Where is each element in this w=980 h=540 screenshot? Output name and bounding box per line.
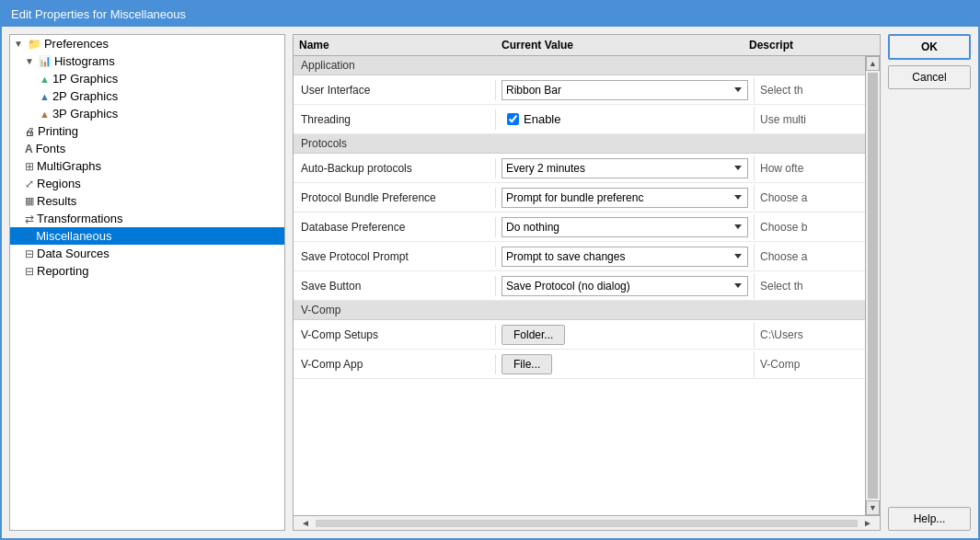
row-vcomp-setups: V-Comp Setups Folder... C:\Users	[294, 320, 865, 350]
vcomp-setups-folder-button[interactable]: Folder...	[502, 325, 565, 345]
props-with-scrollbar: Application User Interface Ribbon Bar Cl…	[294, 56, 880, 515]
prop-desc-protocol-bundle: Choose a	[755, 188, 865, 208]
prop-desc-threading: Use multi	[755, 109, 865, 130]
miscellaneous-icon	[25, 231, 33, 242]
threading-checkbox[interactable]	[507, 113, 519, 125]
prop-desc-save-button: Select th	[755, 276, 865, 296]
prop-name-database-pref: Database Preference	[294, 217, 496, 237]
threading-checkbox-row: Enable	[502, 109, 748, 129]
graphics1-icon	[40, 74, 50, 85]
col-desc-header: Descript	[749, 39, 859, 52]
prop-value-vcomp-app: File...	[496, 351, 755, 377]
row-auto-backup: Auto-Backup protocols Every 2 minutes Ev…	[294, 154, 865, 183]
datasources-icon	[25, 247, 34, 260]
user-interface-dropdown[interactable]: Ribbon Bar Classic Menu Toolbar	[502, 80, 748, 100]
threading-label: Enable	[524, 112, 560, 126]
tree-item-transformations[interactable]: Transformations	[10, 210, 284, 227]
section-vcomp: V-Comp	[294, 301, 865, 320]
tree-panel: ▼ Preferences ▼ Histograms 1P Graphics 2…	[9, 34, 285, 531]
scroll-left-arrow[interactable]: ◄	[297, 518, 314, 528]
prop-value-user-interface: Ribbon Bar Classic Menu Toolbar	[496, 77, 755, 103]
dialog-body: ▼ Preferences ▼ Histograms 1P Graphics 2…	[2, 27, 978, 538]
vertical-scrollbar: ▲ ▼	[865, 56, 880, 515]
row-user-interface: User Interface Ribbon Bar Classic Menu T…	[294, 75, 865, 105]
prop-value-protocol-bundle: Prompt for bundle preferenc Always use e…	[496, 185, 755, 211]
row-save-protocol-prompt: Save Protocol Prompt Prompt to save chan…	[294, 242, 865, 271]
prop-desc-user-interface: Select th	[755, 80, 865, 100]
main-dialog: Edit Properties for Miscellaneous ▼ Pref…	[0, 0, 980, 540]
prop-name-save-button: Save Button	[294, 276, 496, 296]
save-protocol-prompt-dropdown[interactable]: Prompt to save changes Always save Never…	[502, 247, 748, 267]
col-value-header: Current Value	[502, 39, 749, 52]
scroll-up-arrow[interactable]: ▲	[866, 56, 880, 71]
prop-name-user-interface: User Interface	[294, 80, 496, 100]
regions-icon	[25, 178, 34, 190]
graphics3-icon	[40, 109, 50, 120]
row-database-pref: Database Preference Do nothing Open data…	[294, 213, 865, 242]
tree-item-fonts[interactable]: Fonts	[10, 140, 284, 157]
section-application: Application	[294, 56, 865, 75]
vcomp-app-file-button[interactable]: File...	[502, 354, 552, 374]
prop-name-vcomp-setups: V-Comp Setups	[294, 325, 496, 345]
prop-desc-auto-backup: How ofte	[755, 158, 865, 178]
prop-value-save-button: Save Protocol (no dialog) Save Protocol …	[496, 273, 755, 299]
horizontal-scrollbar: ◄ ►	[294, 515, 880, 530]
prop-desc-save-protocol-prompt: Choose a	[755, 247, 865, 267]
folder-icon	[28, 38, 41, 51]
row-vcomp-app: V-Comp App File... V-Comp	[294, 350, 865, 379]
protocol-bundle-dropdown[interactable]: Prompt for bundle preferenc Always use e…	[502, 188, 748, 208]
tree-item-results[interactable]: Results	[10, 192, 284, 210]
help-button[interactable]: Help...	[888, 507, 971, 531]
col-name-header: Name	[299, 39, 502, 52]
tree-item-data-sources[interactable]: Data Sources	[10, 245, 284, 262]
prop-name-auto-backup: Auto-Backup protocols	[294, 158, 496, 178]
prop-value-auto-backup: Every 2 minutes Every 5 minutes Every 10…	[496, 155, 755, 181]
row-protocol-bundle: Protocol Bundle Preference Prompt for bu…	[294, 183, 865, 213]
printing-icon	[25, 126, 35, 137]
main-content: Name Current Value Descript Application …	[293, 34, 881, 531]
expand-icon: ▼	[25, 56, 34, 66]
tree-item-multigraphs[interactable]: MultiGraphs	[10, 157, 284, 175]
expand-icon: ▼	[14, 39, 23, 49]
database-pref-dropdown[interactable]: Do nothing Open database Prompt	[502, 217, 748, 237]
tree-item-1p-graphics[interactable]: 1P Graphics	[10, 70, 284, 87]
row-threading: Threading Enable Use multi	[294, 105, 865, 134]
prop-name-vcomp-app: V-Comp App	[294, 354, 496, 374]
prop-desc-vcomp-app: V-Comp	[755, 354, 865, 374]
dialog-title: Edit Properties for Miscellaneous	[11, 7, 186, 21]
tree-item-miscellaneous[interactable]: Miscellaneous	[10, 227, 284, 245]
scroll-down-arrow[interactable]: ▼	[866, 500, 880, 515]
ok-button[interactable]: OK	[888, 34, 971, 60]
scroll-thumb[interactable]	[868, 73, 878, 499]
prop-desc-vcomp-setups: C:\Users	[755, 325, 865, 345]
prop-name-save-protocol-prompt: Save Protocol Prompt	[294, 247, 496, 267]
histogram-icon	[39, 55, 52, 67]
scroll-right-arrow[interactable]: ►	[859, 518, 876, 528]
transformations-icon	[25, 213, 34, 225]
tree-item-histograms[interactable]: ▼ Histograms	[10, 52, 284, 70]
props-area: Name Current Value Descript Application …	[293, 34, 881, 531]
prop-name-protocol-bundle: Protocol Bundle Preference	[294, 188, 496, 208]
tree-item-preferences[interactable]: ▼ Preferences	[10, 35, 284, 52]
auto-backup-dropdown[interactable]: Every 2 minutes Every 5 minutes Every 10…	[502, 158, 748, 178]
tree-item-2p-graphics[interactable]: 2P Graphics	[10, 87, 284, 105]
props-scroll: Application User Interface Ribbon Bar Cl…	[294, 56, 865, 515]
tree-item-regions[interactable]: Regions	[10, 175, 284, 192]
section-protocols: Protocols	[294, 134, 865, 154]
row-save-button: Save Button Save Protocol (no dialog) Sa…	[294, 271, 865, 301]
prop-desc-database-pref: Choose b	[755, 217, 865, 237]
tree-item-reporting[interactable]: Reporting	[10, 262, 284, 280]
tree-item-3p-graphics[interactable]: 3P Graphics	[10, 105, 284, 122]
graphics2-icon	[40, 91, 50, 102]
prop-value-save-protocol-prompt: Prompt to save changes Always save Never…	[496, 244, 755, 270]
prop-value-vcomp-setups: Folder...	[496, 322, 755, 348]
multigraphs-icon	[25, 160, 34, 173]
save-button-dropdown[interactable]: Save Protocol (no dialog) Save Protocol …	[502, 276, 748, 296]
scroll-track[interactable]	[316, 520, 858, 527]
tree-item-printing[interactable]: Printing	[10, 122, 284, 140]
cancel-button[interactable]: Cancel	[888, 65, 971, 89]
reporting-icon	[25, 265, 34, 278]
prop-name-threading: Threading	[294, 109, 496, 130]
spacer	[888, 95, 971, 501]
props-header: Name Current Value Descript	[294, 35, 880, 56]
